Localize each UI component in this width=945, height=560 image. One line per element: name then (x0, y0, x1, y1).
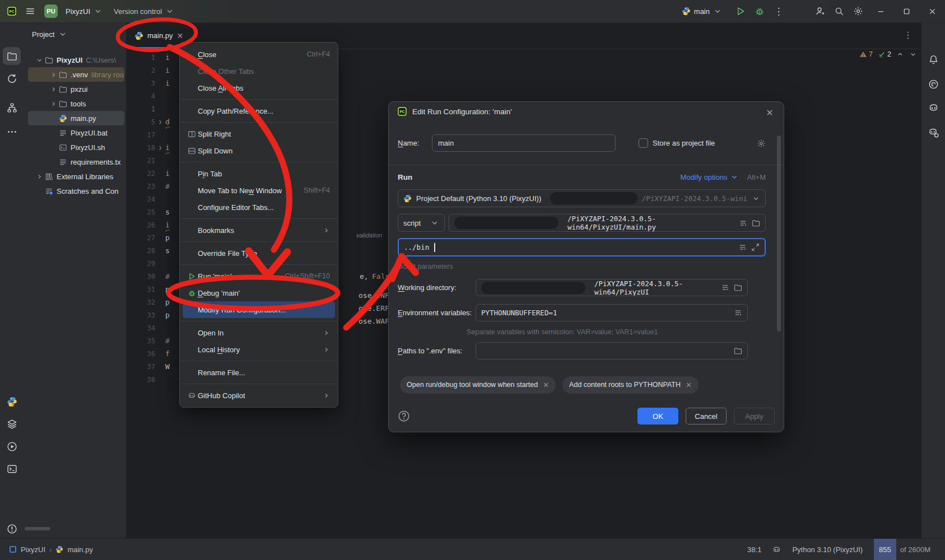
maximize-button[interactable] (893, 0, 919, 22)
tool-window-button-copilot-chat[interactable] (924, 123, 942, 141)
tool-window-button-ai-assistant[interactable] (924, 75, 942, 93)
caret-position-widget[interactable]: 38:1 (747, 545, 761, 554)
menu-item-close[interactable]: CloseCtrl+F4 (180, 46, 338, 63)
tool-window-button-problems[interactable] (3, 520, 21, 538)
target-type-combobox[interactable]: script (398, 214, 445, 232)
store-as-project-file-checkbox[interactable] (639, 138, 648, 148)
browse-folder-icon[interactable] (734, 283, 742, 292)
cancel-button[interactable]: Cancel (686, 408, 727, 424)
help-icon[interactable] (398, 410, 410, 422)
tree-item-external-libraries[interactable]: External Libraries (28, 169, 124, 184)
tree-item-venv[interactable]: .venvlibrary roo (28, 67, 124, 82)
fold-arrow-icon[interactable]: ❯ (155, 144, 165, 151)
tree-item-scratches-and-con[interactable]: Scratches and Con (28, 184, 124, 198)
menu-item-split-right[interactable]: Split Right (180, 125, 338, 142)
breadcrumb[interactable]: PixyzUI › main.py (0, 545, 93, 554)
menu-item-rename-file[interactable]: Rename File... (180, 364, 338, 381)
horizontal-scrollbar[interactable] (25, 527, 50, 530)
chevron-right-icon[interactable] (49, 86, 58, 93)
menu-item-override-file-type[interactable]: Override File Type (180, 245, 338, 262)
chevron-right-icon[interactable] (49, 100, 58, 108)
code-with-me-button[interactable] (811, 0, 830, 22)
editor-options-icon[interactable]: ⋮ (904, 30, 913, 40)
tree-item-pxzui[interactable]: pxzui (28, 82, 124, 96)
menu-item-close-all-tabs[interactable]: Close All Tabs (180, 80, 338, 96)
insert-macros-icon[interactable] (738, 243, 747, 251)
close-window-button[interactable] (919, 0, 945, 22)
expand-field-icon[interactable] (751, 243, 760, 251)
tool-window-button-notifications[interactable] (924, 50, 942, 68)
tool-window-button-pull-requests[interactable] (3, 69, 21, 87)
browse-folder-icon[interactable] (752, 219, 760, 227)
minimize-button[interactable] (868, 0, 893, 22)
project-panel-header[interactable]: Project (24, 22, 126, 46)
tree-item-pixyzui[interactable]: PixyzUIC:\Users\ (28, 53, 124, 67)
tree-item-pixyzui-bat[interactable]: PixyzUI.bat (28, 125, 124, 140)
ok-button[interactable]: OK (637, 408, 678, 424)
tool-window-button-more-tool-windows[interactable] (3, 123, 21, 141)
script-parameters-field[interactable]: ../bin (398, 238, 766, 256)
interpreter-combobox[interactable]: Project Default (Python 3.10 (PixyzUI)) … (398, 189, 766, 207)
store-options-gear-icon[interactable] (757, 139, 766, 148)
menu-item-open-in[interactable]: Open In (180, 324, 338, 341)
search-everywhere-button[interactable] (830, 0, 849, 22)
script-path-field[interactable]: /PiXYZAPI-2024.3.0.5-win64/PixyzUI/main.… (449, 214, 766, 232)
environment-variables-field[interactable]: PYTHONUNBUFFERED=1 (476, 304, 748, 321)
previous-problem-icon[interactable] (896, 50, 904, 58)
tree-item-main-py[interactable]: main.py (28, 111, 124, 125)
run-button[interactable] (731, 0, 750, 22)
tool-window-button-run[interactable] (3, 437, 21, 455)
tool-window-button-python-packages[interactable] (3, 393, 21, 410)
memory-indicator[interactable]: 855 of 2600M (874, 539, 930, 560)
settings-button[interactable] (849, 0, 868, 22)
insert-macros-icon[interactable] (721, 283, 729, 292)
run-configuration-selector[interactable]: main (682, 7, 722, 16)
menu-item-github-copilot[interactable]: GitHub Copilot (180, 387, 338, 404)
tree-item-tools[interactable]: tools (28, 96, 124, 111)
menu-item-move-tab-to-new-window[interactable]: Move Tab to New WindowShift+F4 (180, 182, 338, 199)
dialog-scrollbar[interactable] (777, 136, 781, 332)
option-chip-open-run-debug-tool-window-when-started[interactable]: Open run/debug tool window when started✕ (400, 376, 556, 394)
tool-window-button-structure[interactable] (3, 99, 21, 116)
tree-item-pixyzui-sh[interactable]: PixyzUI.sh (28, 140, 124, 155)
remove-chip-icon[interactable]: ✕ (543, 381, 549, 389)
project-widget[interactable]: PixyzUI (62, 3, 106, 20)
apply-button[interactable]: Apply (734, 408, 775, 424)
tree-item-requirements-tx[interactable]: requirements.tx (28, 155, 124, 169)
modify-options-link[interactable]: Modify options Alt+M (681, 172, 766, 181)
chevron-down-icon[interactable] (35, 57, 44, 64)
menu-item-modify-run-configuration[interactable]: Modify Run Configuration... (183, 301, 335, 318)
browse-folder-icon[interactable] (734, 347, 742, 355)
copilot-status-icon[interactable] (772, 545, 781, 554)
dialog-close-icon[interactable]: ✕ (764, 106, 776, 119)
main-menu-button[interactable] (21, 0, 40, 22)
menu-item-copy-path-reference[interactable]: Copy Path/Reference... (180, 102, 338, 119)
working-directory-field[interactable]: /PiXYZAPI-2024.3.0.5-win64/PixyzUI (476, 279, 748, 296)
inspections-widget[interactable]: 7 2 (859, 50, 917, 58)
menu-item-close-other-tabs[interactable]: Close Other Tabs (180, 63, 338, 80)
name-field[interactable]: main (432, 134, 616, 152)
breadcrumb-file[interactable]: main.py (67, 545, 93, 554)
insert-macros-icon[interactable] (739, 219, 747, 227)
close-tab-icon[interactable]: ✕ (177, 31, 184, 40)
vcs-widget[interactable]: Version control (110, 3, 178, 20)
menu-item-pin-tab[interactable]: Pin Tab (180, 165, 338, 182)
interpreter-widget[interactable]: Python 3.10 (PixyzUI) (792, 545, 863, 554)
menu-item-local-history[interactable]: Local History (180, 341, 338, 358)
edit-variables-icon[interactable] (734, 309, 742, 317)
more-actions-button[interactable]: ⋮ (769, 0, 788, 22)
debug-button[interactable] (750, 0, 769, 22)
tool-window-button-services[interactable] (3, 415, 21, 433)
menu-item-configure-editor-tabs[interactable]: Configure Editor Tabs... (180, 199, 338, 216)
breadcrumb-project[interactable]: PixyzUI (21, 545, 45, 554)
chevron-right-icon[interactable] (49, 71, 58, 78)
option-chip-add-content-roots-to-pythonpath[interactable]: Add content roots to PYTHONPATH✕ (562, 376, 699, 394)
fold-arrow-icon[interactable]: ❯ (155, 119, 165, 125)
menu-item-split-down[interactable]: Split Down (180, 142, 338, 159)
menu-item-bookmarks[interactable]: Bookmarks (180, 222, 338, 239)
chevron-right-icon[interactable] (35, 173, 44, 180)
menu-item-debug-main[interactable]: Debug 'main' (180, 284, 338, 301)
next-problem-icon[interactable] (909, 50, 917, 58)
menu-item-run-main[interactable]: Run 'main'Ctrl+Shift+F10 (180, 268, 338, 284)
env-files-field[interactable] (476, 342, 748, 360)
